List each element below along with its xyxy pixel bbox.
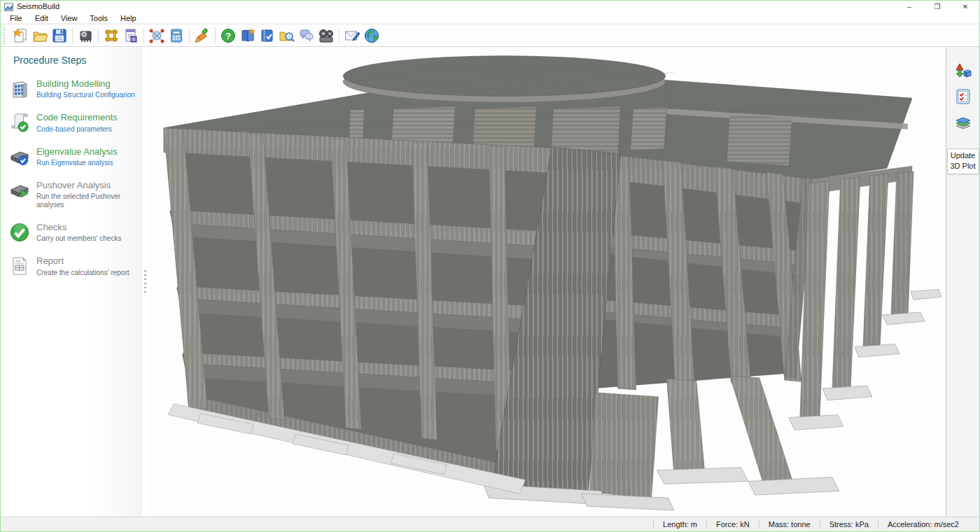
app-logo-icon xyxy=(4,3,13,11)
update-3d-plot-button[interactable]: Update 3D Plot xyxy=(947,148,979,174)
open-project-icon[interactable] xyxy=(31,27,49,45)
menu-bar: File Edit View Tools Help xyxy=(1,13,979,24)
video-tutorials-icon[interactable] xyxy=(317,27,335,45)
step-subtitle: Run Eigenvalue analysis xyxy=(36,159,139,167)
update-3d-plot-label-line2: 3D Plot xyxy=(948,161,979,172)
content-area: Procedure Steps Building Modelling Build… xyxy=(1,47,979,517)
website-icon[interactable] xyxy=(363,27,381,45)
step-title: Pushover Analysis xyxy=(36,181,139,190)
model-3d-canvas[interactable] xyxy=(148,47,946,517)
splitter-grip-icon xyxy=(144,270,146,294)
procedure-steps-panel: Procedure Steps Building Modelling Build… xyxy=(1,47,141,517)
step-title: Building Modelling xyxy=(36,79,139,89)
status-mass-unit: Mass: tonne xyxy=(759,520,820,529)
svg-text:?: ? xyxy=(225,31,231,41)
menu-edit[interactable]: Edit xyxy=(29,13,55,23)
step-pushover-analysis[interactable]: Pushover Analysis Run the selected Pusho… xyxy=(9,180,141,209)
scroll-check-icon xyxy=(9,112,30,133)
toolbar-separator xyxy=(72,27,73,43)
refresh-brush-icon[interactable] xyxy=(193,27,211,45)
status-bar: Length: m Force: kN Mass: tonne Stress: … xyxy=(1,517,979,531)
new-file-icon[interactable] xyxy=(11,27,29,45)
menu-file[interactable]: File xyxy=(4,13,29,23)
step-title: Checks xyxy=(36,223,139,232)
toolbar-separator xyxy=(98,27,99,43)
step-title: Code Requirements xyxy=(36,113,139,122)
building-icon xyxy=(9,78,30,99)
chip-check-icon xyxy=(9,146,30,167)
status-length-unit: Length: m xyxy=(653,520,706,529)
status-acceleration-unit: Acceleration: m/sec2 xyxy=(878,520,968,529)
panel-splitter[interactable] xyxy=(141,47,148,517)
user-manual-icon[interactable] xyxy=(239,27,257,45)
minimize-button[interactable]: – xyxy=(895,1,923,13)
step-subtitle: Carry out members' checks xyxy=(36,234,139,243)
menu-tools[interactable]: Tools xyxy=(83,13,114,23)
example-search-icon[interactable] xyxy=(278,27,296,45)
step-subtitle: Run the selected Pushover analyses xyxy=(36,192,139,209)
title-bar: SeismoBuild – ❐ ✕ xyxy=(1,1,979,13)
toolbar-separator xyxy=(339,27,340,43)
step-checks[interactable]: Checks Carry out members' checks xyxy=(9,222,141,243)
roof-disc xyxy=(343,56,673,102)
model-3d-icon[interactable] xyxy=(148,27,166,45)
window-controls: – ❐ ✕ xyxy=(895,1,979,13)
forum-icon[interactable] xyxy=(298,27,316,45)
toolbar-separator xyxy=(144,27,144,43)
processor-settings-icon[interactable] xyxy=(76,27,94,45)
floor-layers-icon[interactable] xyxy=(955,114,972,131)
step-subtitle: Code-based parameters xyxy=(36,125,139,134)
restore-button[interactable]: ❐ xyxy=(923,1,951,13)
step-title: Report xyxy=(36,256,139,266)
status-force-unit: Force: kN xyxy=(706,520,759,529)
building-3d-model xyxy=(148,47,946,517)
toolbar-separator xyxy=(189,27,190,43)
tutorial-book-icon[interactable] xyxy=(258,27,276,45)
step-building-modelling[interactable]: Building Modelling Building Structural C… xyxy=(9,78,141,99)
update-3d-plot-label-line1: Update xyxy=(948,150,979,161)
view-tools-panel: Update 3D Plot xyxy=(946,47,979,517)
procedure-steps-header: Procedure Steps xyxy=(1,47,141,66)
report-doc-icon xyxy=(9,255,30,276)
close-button[interactable]: ✕ xyxy=(951,1,979,13)
step-code-requirements[interactable]: Code Requirements Code-based parameters xyxy=(9,112,141,133)
step-subtitle: Building Structural Configuarion xyxy=(36,91,139,99)
calculator-icon[interactable] xyxy=(167,27,186,45)
analysis-checklist-icon[interactable] xyxy=(955,88,972,105)
step-eigenvalue-analysis[interactable]: Eigenvalue Analysis Run Eigenvalue analy… xyxy=(9,146,141,167)
pilotis-footings xyxy=(657,468,839,496)
window-title: SeismoBuild xyxy=(17,3,59,10)
toolbar-grip[interactable] xyxy=(4,27,7,44)
toolbar: ? xyxy=(1,24,979,47)
toolbar-separator xyxy=(215,27,216,43)
help-icon[interactable]: ? xyxy=(219,27,237,45)
menu-view[interactable]: View xyxy=(55,13,84,23)
project-report-icon[interactable] xyxy=(122,27,140,45)
step-title: Eigenvalue Analysis xyxy=(36,147,139,157)
green-check-icon xyxy=(9,222,30,243)
app-window: SeismoBuild – ❐ ✕ File Edit View Tools H… xyxy=(0,0,980,532)
view-orientation-icon[interactable] xyxy=(955,62,972,79)
step-subtitle: Create the calculations' report xyxy=(36,269,139,277)
step-report[interactable]: Report Create the calculations' report xyxy=(9,255,141,276)
status-stress-unit: Stress: kPa xyxy=(820,520,878,529)
frame-elements-icon[interactable] xyxy=(102,27,120,45)
right-perimeter-columns xyxy=(789,166,941,430)
save-project-icon[interactable] xyxy=(50,27,69,45)
chip-play-icon xyxy=(9,180,30,201)
email-support-icon[interactable] xyxy=(343,27,361,45)
menu-help[interactable]: Help xyxy=(114,13,143,23)
